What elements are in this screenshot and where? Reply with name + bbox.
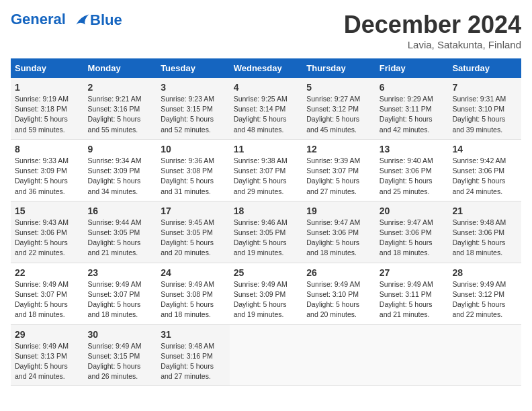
- day-info: Sunrise: 9:34 AMSunset: 3:09 PMDaylight:…: [88, 156, 153, 197]
- day-info: Sunrise: 9:33 AMSunset: 3:09 PMDaylight:…: [15, 156, 80, 197]
- day-number: 23: [88, 267, 153, 278]
- day-info: Sunrise: 9:49 AMSunset: 3:07 PMDaylight:…: [88, 279, 153, 320]
- logo-text-general: General: [11, 11, 66, 28]
- day-cell: 6Sunrise: 9:29 AMSunset: 3:11 PMDaylight…: [375, 78, 449, 139]
- day-number: 29: [15, 329, 80, 340]
- day-number: 8: [15, 144, 80, 154]
- col-header-wednesday: Wednesday: [230, 58, 303, 78]
- day-cell: [230, 324, 303, 386]
- day-info: Sunrise: 9:19 AMSunset: 3:18 PMDaylight:…: [15, 94, 80, 135]
- day-info: Sunrise: 9:45 AMSunset: 3:05 PMDaylight:…: [161, 218, 226, 259]
- day-cell: 29Sunrise: 9:49 AMSunset: 3:13 PMDayligh…: [11, 324, 84, 386]
- day-number: 22: [15, 267, 80, 278]
- day-info: Sunrise: 9:47 AMSunset: 3:06 PMDaylight:…: [306, 218, 371, 259]
- week-row-3: 15Sunrise: 9:43 AMSunset: 3:06 PMDayligh…: [11, 201, 521, 263]
- week-row-2: 8Sunrise: 9:33 AMSunset: 3:09 PMDaylight…: [11, 139, 521, 201]
- day-info: Sunrise: 9:29 AMSunset: 3:11 PMDaylight:…: [380, 94, 445, 135]
- day-number: 10: [161, 144, 226, 154]
- day-cell: 16Sunrise: 9:44 AMSunset: 3:05 PMDayligh…: [84, 201, 157, 263]
- day-number: 24: [161, 267, 226, 278]
- day-cell: 18Sunrise: 9:46 AMSunset: 3:05 PMDayligh…: [230, 201, 303, 263]
- day-cell: 7Sunrise: 9:31 AMSunset: 3:10 PMDaylight…: [448, 78, 521, 139]
- day-cell: 24Sunrise: 9:49 AMSunset: 3:08 PMDayligh…: [157, 263, 230, 324]
- day-info: Sunrise: 9:36 AMSunset: 3:08 PMDaylight:…: [161, 156, 226, 197]
- day-info: Sunrise: 9:48 AMSunset: 3:16 PMDaylight:…: [161, 341, 226, 382]
- day-info: Sunrise: 9:49 AMSunset: 3:08 PMDaylight:…: [161, 279, 226, 320]
- col-header-saturday: Saturday: [448, 58, 521, 78]
- day-cell: [375, 324, 449, 386]
- title-area: December 2024 Lavia, Satakunta, Finland: [344, 11, 521, 50]
- day-number: 17: [161, 205, 226, 216]
- day-info: Sunrise: 9:49 AMSunset: 3:10 PMDaylight:…: [306, 279, 371, 320]
- day-number: 12: [306, 144, 371, 154]
- day-number: 30: [88, 329, 153, 340]
- day-cell: 28Sunrise: 9:49 AMSunset: 3:12 PMDayligh…: [448, 263, 521, 324]
- day-info: Sunrise: 9:43 AMSunset: 3:06 PMDaylight:…: [15, 218, 80, 259]
- day-number: 19: [306, 205, 371, 216]
- day-cell: 15Sunrise: 9:43 AMSunset: 3:06 PMDayligh…: [11, 201, 84, 263]
- day-number: 6: [380, 82, 445, 93]
- day-cell: 8Sunrise: 9:33 AMSunset: 3:09 PMDaylight…: [11, 139, 84, 201]
- day-cell: 23Sunrise: 9:49 AMSunset: 3:07 PMDayligh…: [84, 263, 157, 324]
- day-cell: 3Sunrise: 9:23 AMSunset: 3:15 PMDaylight…: [157, 78, 230, 139]
- day-info: Sunrise: 9:49 AMSunset: 3:07 PMDaylight:…: [15, 279, 80, 320]
- day-cell: 21Sunrise: 9:48 AMSunset: 3:06 PMDayligh…: [448, 201, 521, 263]
- day-number: 21: [452, 205, 517, 216]
- week-row-4: 22Sunrise: 9:49 AMSunset: 3:07 PMDayligh…: [11, 263, 521, 324]
- day-cell: 9Sunrise: 9:34 AMSunset: 3:09 PMDaylight…: [84, 139, 157, 201]
- day-number: 28: [452, 267, 517, 278]
- day-cell: 22Sunrise: 9:49 AMSunset: 3:07 PMDayligh…: [11, 263, 84, 324]
- col-header-tuesday: Tuesday: [157, 58, 230, 78]
- day-number: 2: [88, 82, 153, 93]
- col-header-sunday: Sunday: [11, 58, 84, 78]
- day-info: Sunrise: 9:38 AMSunset: 3:07 PMDaylight:…: [234, 156, 299, 197]
- week-row-1: 1Sunrise: 9:19 AMSunset: 3:18 PMDaylight…: [11, 78, 521, 139]
- day-cell: 10Sunrise: 9:36 AMSunset: 3:08 PMDayligh…: [157, 139, 230, 201]
- col-header-friday: Friday: [375, 58, 449, 78]
- day-info: Sunrise: 9:49 AMSunset: 3:12 PMDaylight:…: [452, 279, 517, 320]
- day-info: Sunrise: 9:40 AMSunset: 3:06 PMDaylight:…: [380, 156, 445, 197]
- day-info: Sunrise: 9:23 AMSunset: 3:15 PMDaylight:…: [161, 94, 226, 135]
- day-cell: 12Sunrise: 9:39 AMSunset: 3:07 PMDayligh…: [302, 139, 375, 201]
- day-info: Sunrise: 9:49 AMSunset: 3:11 PMDaylight:…: [380, 279, 445, 320]
- week-row-5: 29Sunrise: 9:49 AMSunset: 3:13 PMDayligh…: [11, 324, 521, 386]
- logo-bird-icon: [71, 11, 90, 30]
- logo-text-blue: Blue: [90, 11, 122, 29]
- day-number: 5: [306, 82, 371, 93]
- day-cell: [302, 324, 375, 386]
- day-info: Sunrise: 9:27 AMSunset: 3:12 PMDaylight:…: [306, 94, 371, 135]
- day-number: 31: [161, 329, 226, 340]
- day-info: Sunrise: 9:42 AMSunset: 3:06 PMDaylight:…: [452, 156, 517, 197]
- col-header-monday: Monday: [84, 58, 157, 78]
- day-cell: 13Sunrise: 9:40 AMSunset: 3:06 PMDayligh…: [375, 139, 449, 201]
- day-cell: 25Sunrise: 9:49 AMSunset: 3:09 PMDayligh…: [230, 263, 303, 324]
- col-header-thursday: Thursday: [302, 58, 375, 78]
- day-number: 26: [306, 267, 371, 278]
- day-info: Sunrise: 9:39 AMSunset: 3:07 PMDaylight:…: [306, 156, 371, 197]
- header-row: SundayMondayTuesdayWednesdayThursdayFrid…: [11, 58, 521, 78]
- logo: General Blue: [11, 11, 122, 30]
- day-cell: 26Sunrise: 9:49 AMSunset: 3:10 PMDayligh…: [302, 263, 375, 324]
- day-cell: 5Sunrise: 9:27 AMSunset: 3:12 PMDaylight…: [302, 78, 375, 139]
- month-title: December 2024: [344, 11, 521, 39]
- header: General Blue December 2024 Lavia, Sataku…: [11, 11, 521, 50]
- day-info: Sunrise: 9:31 AMSunset: 3:10 PMDaylight:…: [452, 94, 517, 135]
- day-info: Sunrise: 9:47 AMSunset: 3:06 PMDaylight:…: [380, 218, 445, 259]
- day-info: Sunrise: 9:25 AMSunset: 3:14 PMDaylight:…: [234, 94, 299, 135]
- day-number: 4: [234, 82, 299, 93]
- day-number: 25: [234, 267, 299, 278]
- day-number: 3: [161, 82, 226, 93]
- day-cell: 30Sunrise: 9:49 AMSunset: 3:15 PMDayligh…: [84, 324, 157, 386]
- calendar-table: SundayMondayTuesdayWednesdayThursdayFrid…: [11, 58, 521, 386]
- day-cell: 11Sunrise: 9:38 AMSunset: 3:07 PMDayligh…: [230, 139, 303, 201]
- day-number: 27: [380, 267, 445, 278]
- day-number: 11: [234, 144, 299, 154]
- day-info: Sunrise: 9:21 AMSunset: 3:16 PMDaylight:…: [88, 94, 153, 135]
- day-cell: 19Sunrise: 9:47 AMSunset: 3:06 PMDayligh…: [302, 201, 375, 263]
- day-number: 15: [15, 205, 80, 216]
- day-number: 13: [380, 144, 445, 154]
- day-cell: 14Sunrise: 9:42 AMSunset: 3:06 PMDayligh…: [448, 139, 521, 201]
- day-cell: 2Sunrise: 9:21 AMSunset: 3:16 PMDaylight…: [84, 78, 157, 139]
- day-cell: 17Sunrise: 9:45 AMSunset: 3:05 PMDayligh…: [157, 201, 230, 263]
- day-number: 18: [234, 205, 299, 216]
